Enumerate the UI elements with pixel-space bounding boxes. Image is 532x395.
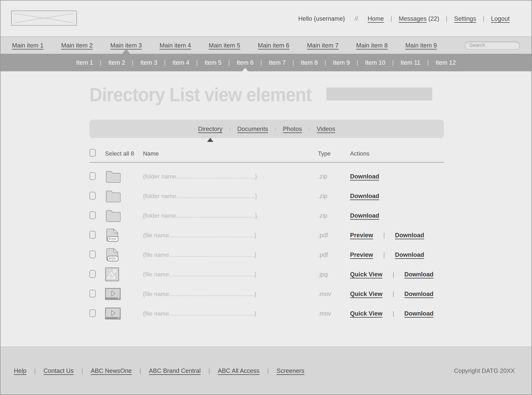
table-row: PDF {file name..........................… [89,245,444,264]
main-nav-item-5[interactable]: Main item 5 [209,42,240,49]
row-checkbox[interactable] [89,290,96,297]
row-checkbox[interactable] [89,231,96,239]
row-checkbox[interactable] [89,270,96,278]
active-tab-caret-icon [207,138,213,142]
folder-icon [105,170,143,183]
user-nav-link-logout[interactable]: Logout [491,15,510,22]
footer-link-abc-newsone[interactable]: ABC NewsOne [91,367,132,374]
row-checkbox[interactable] [89,172,96,180]
download-link[interactable]: Download [395,251,424,258]
footer-link-contact-us[interactable]: Contact Us [43,367,74,374]
sub-nav-item-4[interactable]: Item 4 [172,59,189,66]
sub-nav-item-5[interactable]: Item 5 [205,59,222,66]
main-nav-item-6[interactable]: Main item 6 [258,42,289,49]
sub-nav-item-8[interactable]: Item 8 [301,59,318,66]
file-type: .zip [318,212,350,219]
row-checkbox[interactable] [89,211,96,219]
main-nav-item-3[interactable]: Main item 3 [110,42,142,49]
image-placeholder-cross-icon [12,11,76,25]
video-icon [105,308,143,319]
sub-nav-item-10[interactable]: Item 10 [365,59,385,66]
file-type: .mov [318,310,350,317]
quick-view-link[interactable]: Quick View [350,271,382,278]
sub-nav-item-1[interactable]: Item 1 [76,59,93,66]
footer-link-abc-brand-central[interactable]: ABC Brand Central [149,367,201,374]
file-type: .pdf [318,251,350,258]
row-checkbox[interactable] [89,251,96,258]
table-row: {folder name............................… [89,186,444,206]
row-actions: Download [350,173,444,180]
preview-link[interactable]: Preview [350,251,373,258]
table-row: {file name..............................… [89,264,444,284]
view-tabs-bar: Directory|Documents|Photos|Videos [89,120,444,138]
preview-link[interactable]: Preview [350,232,373,239]
tab-videos[interactable]: Videos [317,126,335,132]
logo-placeholder[interactable] [11,11,77,26]
file-type: .pdf [318,232,350,239]
user-nav-link-settings[interactable]: Settings [454,15,476,22]
main-nav-item-4[interactable]: Main item 4 [160,42,191,49]
sub-nav-items: Item 1|Item 2|Item 3|Item 4|Item 5|Item … [76,59,456,66]
sub-nav-item-9[interactable]: Item 9 [333,59,350,66]
download-link[interactable]: Download [350,173,379,180]
search-input[interactable] [465,41,520,50]
file-name: {file name..............................… [143,310,318,317]
file-name: {folder name............................… [143,193,318,199]
download-link[interactable]: Download [350,192,379,199]
row-checkbox[interactable] [89,192,96,199]
tab-separator: | [275,127,276,131]
select-all-label: Select all 8 [105,150,143,157]
column-header-type: Type [318,150,350,157]
messages-count: (22) [428,15,439,22]
table-row: {folder name............................… [89,206,444,225]
active-sub-item-caret-icon [242,68,248,71]
quick-view-link[interactable]: Quick View [350,291,382,297]
main-nav-item-7[interactable]: Main item 7 [307,42,339,49]
download-link[interactable]: Download [404,310,434,317]
sub-nav-item-2[interactable]: Item 2 [108,59,125,66]
table-row: {file name..............................… [89,284,444,304]
main-nav-item-9[interactable]: Main item 9 [405,42,437,49]
sub-nav-separator: | [427,59,429,66]
user-nav-links: Home|Messages(22)|Settings|Logout [368,15,510,22]
download-link[interactable]: Download [404,291,434,297]
file-name: {file name..............................… [143,291,318,297]
footer-link-abc-all-access[interactable]: ABC All Access [218,367,260,374]
tab-documents[interactable]: Documents [237,126,268,132]
footer-link-help[interactable]: Help [14,367,27,374]
quick-view-link[interactable]: Quick View [350,310,382,317]
table-rows: {folder name............................… [89,163,444,323]
video-icon [105,288,143,300]
main-nav-item-2[interactable]: Main item 2 [61,42,93,49]
download-link[interactable]: Download [395,232,424,239]
footer-separator: | [34,367,36,374]
select-all-checkbox[interactable] [89,149,96,157]
user-nav-link-messages[interactable]: Messages [399,15,427,22]
svg-text:PDF: PDF [109,257,117,260]
user-nav-separator: | [391,15,392,22]
directory-table: Select all 8 Name Type Actions {folder n… [89,148,444,323]
row-checkbox[interactable] [89,309,96,317]
sub-nav-item-12[interactable]: Item 12 [436,59,456,66]
sub-nav-item-6[interactable]: Item 6 [237,59,254,66]
sub-nav-item-11[interactable]: Item 11 [401,59,420,66]
tab-directory[interactable]: Directory [198,126,223,132]
sub-nav-item-7[interactable]: Item 7 [269,59,286,66]
download-link[interactable]: Download [350,212,379,219]
sub-nav-separator: | [261,59,262,66]
main-nav-items: Main item 1Main item 2Main item 3Main it… [12,42,437,49]
sub-nav-separator: | [293,59,294,66]
download-link[interactable]: Download [404,271,434,278]
main-nav-item-8[interactable]: Main item 8 [356,42,388,49]
footer-link-screeners[interactable]: Screeners [277,367,304,374]
sub-nav-separator: | [392,59,394,66]
sub-nav-item-3[interactable]: Item 3 [140,59,157,66]
file-type: .zip [318,192,350,199]
file-name: {folder name............................… [143,173,318,180]
tab-photos[interactable]: Photos [283,126,302,132]
image-icon [105,267,143,281]
main-nav-item-1[interactable]: Main item 1 [12,42,43,49]
tab-separator: | [309,127,309,131]
row-actions: Quick View|Download [350,310,444,317]
user-nav-link-home[interactable]: Home [368,15,384,22]
